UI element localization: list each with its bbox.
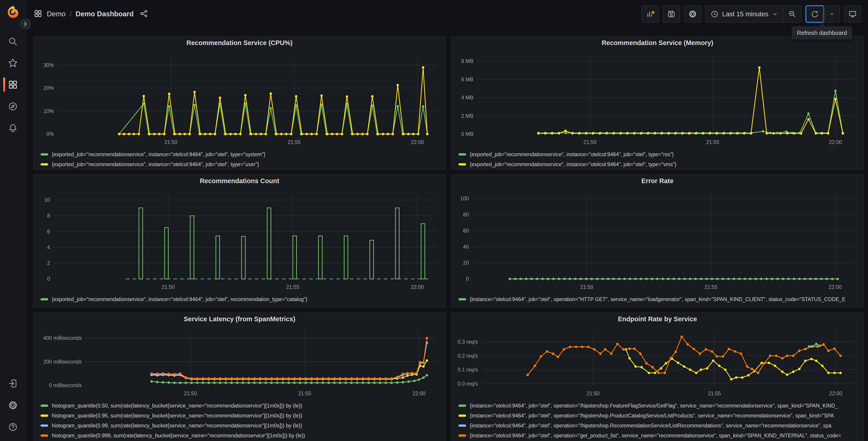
legend-item[interactable]: {exported_job="recommendationservice", i… — [40, 149, 445, 159]
legend-item[interactable]: {exported_job="recommendationservice", i… — [40, 159, 445, 169]
sidebar — [0, 0, 26, 441]
dashboard-settings-button[interactable] — [684, 5, 701, 23]
legend-item[interactable]: {exported_job="recommendationservice", i… — [459, 159, 863, 169]
legend-item[interactable]: {exported_job="recommendationservice", i… — [459, 149, 863, 159]
series-color-swatch — [459, 405, 466, 407]
memory-chart[interactable]: 21:5021:5522:000 MB2 MB4 MB6 MB8 MB — [452, 49, 863, 148]
legend-item[interactable]: histogram_quantile(0.95, sum(rate(latenc… — [40, 411, 445, 421]
grafana-logo[interactable] — [0, 5, 26, 19]
legend-item[interactable]: {instance="otelcol:9464", job="otel", op… — [459, 401, 863, 411]
svg-text:21:55: 21:55 — [708, 390, 721, 396]
svg-text:0%: 0% — [46, 131, 54, 137]
svg-text:200 milliseconds: 200 milliseconds — [43, 359, 82, 365]
legend-item[interactable]: {instance="otelcol:9464", job="otel", op… — [459, 411, 863, 421]
share-icon[interactable] — [140, 9, 149, 19]
series-color-swatch — [40, 414, 48, 417]
series-color-swatch — [459, 424, 466, 427]
panel-title[interactable]: Recommendation Service (CPU%) — [34, 37, 445, 49]
series-color-swatch — [459, 435, 466, 437]
panel-recommendations-count: Recommendations Count 21:5021:5522:00024… — [33, 174, 446, 307]
sidebar-signin-icon[interactable] — [0, 373, 26, 394]
legend-item[interactable]: histogram_quantile(0.99, sum(rate(latenc… — [40, 421, 445, 431]
series-color-swatch — [40, 424, 48, 427]
svg-text:80: 80 — [463, 212, 469, 217]
panel-error-rate: Error Rate 21:5021:5522:00020406080100 {… — [451, 174, 864, 307]
sidebar-help-icon[interactable] — [0, 416, 26, 438]
grafana-dashboard-page: Demo / Demo Dashboard Last 15 minutes — [0, 0, 868, 441]
sidebar-favorites-icon[interactable] — [0, 52, 26, 74]
series-color-swatch — [459, 298, 466, 300]
breadcrumb-separator: / — [70, 10, 71, 18]
svg-text:21:55: 21:55 — [286, 284, 299, 290]
series-label: {exported_job="recommendationservice", i… — [52, 161, 259, 168]
legend-item[interactable]: {instance="otelcol:9464", job="otel", op… — [459, 421, 863, 431]
svg-text:21:55: 21:55 — [298, 390, 311, 396]
series-label: {exported_job="recommendationservice", i… — [52, 296, 307, 302]
refresh-interval-dropdown[interactable] — [824, 6, 839, 22]
svg-text:0.2 req/s: 0.2 req/s — [458, 353, 478, 359]
series-label: {instance="otelcol:9464", job="otel", op… — [470, 433, 841, 439]
legend-item[interactable]: {exported_job="recommendationservice", i… — [40, 294, 445, 304]
save-dashboard-button[interactable] — [663, 5, 680, 23]
svg-text:21:50: 21:50 — [164, 139, 177, 145]
panel-title[interactable]: Recommendations Count — [34, 175, 445, 187]
time-range-picker[interactable]: Last 15 minutes — [706, 6, 783, 22]
series-label: {exported_job="recommendationservice", i… — [470, 161, 676, 168]
svg-text:2: 2 — [47, 260, 50, 266]
panel-service-latency: Service Latency (from SpanMetrics) 21:50… — [33, 313, 446, 441]
top-nav: Demo / Demo Dashboard Last 15 minutes — [26, 0, 868, 28]
cycle-view-mode-button[interactable] — [844, 5, 861, 23]
sidebar-settings-icon[interactable] — [0, 394, 26, 416]
chevron-down-icon — [772, 11, 778, 18]
legend-item[interactable]: histogram_quantile(0.50, sum(rate(latenc… — [40, 401, 445, 411]
expand-sidebar-button[interactable] — [20, 19, 31, 29]
recommendations-count-chart[interactable]: 21:5021:5522:000246810 — [34, 187, 445, 293]
series-label: {instance="otelcol:9464", job="otel", op… — [470, 423, 831, 429]
svg-text:21:50: 21:50 — [580, 284, 593, 290]
dashboard-toolbar: Last 15 minutes — [642, 5, 861, 23]
endpoint-rate-chart[interactable]: 21:5021:5522:000.0 req/s0.1 req/s0.2 req… — [452, 325, 863, 400]
cpu-chart[interactable]: 21:5021:5522:000%10%20%30% — [34, 49, 445, 148]
zoom-out-time-button[interactable] — [783, 6, 801, 22]
svg-text:21:55: 21:55 — [704, 284, 717, 290]
endpoint-rate-legend: {instance="otelcol:9464", job="otel", op… — [452, 400, 863, 441]
service-latency-legend: histogram_quantile(0.50, sum(rate(latenc… — [34, 400, 445, 441]
svg-text:0 milliseconds: 0 milliseconds — [49, 382, 82, 388]
svg-text:60: 60 — [463, 228, 469, 234]
clock-icon — [710, 10, 719, 18]
svg-text:20%: 20% — [43, 85, 54, 91]
svg-text:0.0 req/s: 0.0 req/s — [458, 381, 478, 387]
cpu-legend: {exported_job="recommendationservice", i… — [34, 148, 445, 169]
legend-item[interactable]: {instance="otelcol:9464", job="otel", op… — [459, 431, 863, 441]
legend-item[interactable]: histogram_quantile(0.999, sum(rate(laten… — [40, 431, 445, 441]
panel-title[interactable]: Service Latency (from SpanMetrics) — [34, 313, 445, 325]
svg-text:21:50: 21:50 — [162, 284, 175, 290]
sidebar-explore-icon[interactable] — [0, 95, 26, 117]
time-picker-group: Last 15 minutes — [705, 5, 802, 23]
svg-text:4: 4 — [47, 244, 50, 251]
legend-item[interactable]: {instance="otelcol:9464", job="otel", op… — [459, 294, 863, 304]
series-label: histogram_quantile(0.99, sum(rate(latenc… — [52, 423, 302, 429]
svg-text:30%: 30% — [43, 62, 54, 68]
svg-text:0: 0 — [47, 276, 50, 282]
svg-text:22:00: 22:00 — [829, 139, 842, 145]
panel-title[interactable]: Error Rate — [452, 175, 863, 187]
recommendations-count-legend: {exported_job="recommendationservice", i… — [34, 293, 445, 304]
breadcrumb-folder[interactable]: Demo — [47, 10, 66, 18]
service-latency-chart[interactable]: 21:5021:5522:000 milliseconds200 millise… — [34, 325, 445, 400]
breadcrumb-dashboard-title[interactable]: Demo Dashboard — [75, 10, 134, 18]
add-panel-button[interactable] — [642, 5, 659, 23]
svg-text:10: 10 — [44, 197, 50, 203]
sidebar-search-icon[interactable] — [0, 31, 26, 52]
error-rate-chart[interactable]: 21:5021:5522:00020406080100 — [452, 187, 863, 293]
svg-text:0 MB: 0 MB — [461, 131, 473, 137]
refresh-dashboard-button[interactable] — [806, 6, 824, 22]
series-label: histogram_quantile(0.999, sum(rate(laten… — [52, 433, 305, 439]
series-color-swatch — [40, 298, 48, 300]
panel-title[interactable]: Endpoint Rate by Service — [452, 313, 863, 325]
sidebar-dashboards-icon[interactable] — [0, 74, 26, 95]
svg-text:22:00: 22:00 — [411, 139, 424, 145]
series-label: {instance="otelcol:9464", job="otel", op… — [470, 403, 838, 409]
refresh-icon — [810, 10, 819, 18]
sidebar-alerting-icon[interactable] — [0, 117, 26, 139]
